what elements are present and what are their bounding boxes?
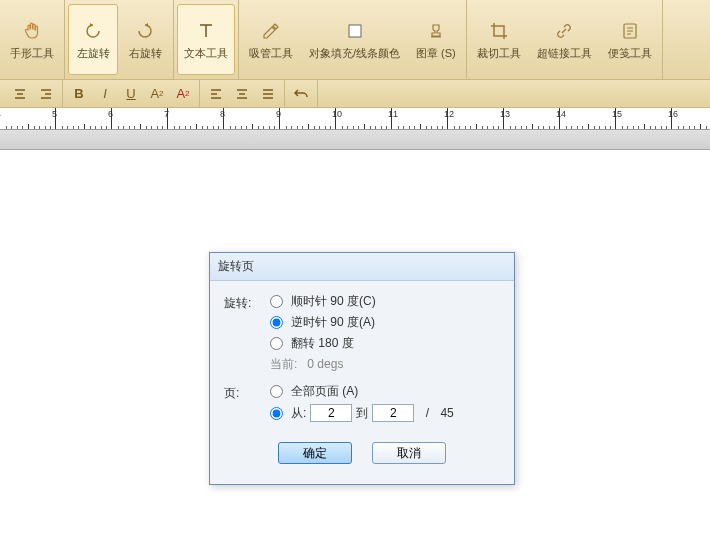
- ruler-number: 6: [108, 109, 113, 119]
- rotate-right-label: 右旋转: [129, 47, 162, 59]
- ruler-segment: 13: [504, 108, 560, 130]
- rotate-ccw-option[interactable]: 逆时针 90 度(A): [270, 314, 500, 331]
- ruler-segment: 15: [616, 108, 672, 130]
- ruler-number: 7: [164, 109, 169, 119]
- stamp-icon: [424, 19, 448, 43]
- align-group-2: [200, 80, 285, 107]
- rotate-left-button[interactable]: 左旋转: [68, 4, 118, 75]
- secondary-toolbar: B I U A2 A2: [0, 80, 710, 108]
- fill-icon: [343, 19, 367, 43]
- page-label: 页:: [224, 383, 270, 426]
- rotate-label: 旋转:: [224, 293, 270, 373]
- eyedropper-label: 吸管工具: [249, 47, 293, 59]
- horizontal-ruler: 456789101112131415161718: [0, 108, 710, 130]
- link-label: 超链接工具: [537, 47, 592, 59]
- eyedropper-icon: [259, 19, 283, 43]
- ruler-segment: 12: [448, 108, 504, 130]
- note-button[interactable]: 便笺工具: [601, 4, 659, 75]
- svg-rect-0: [349, 25, 361, 37]
- align-center-button[interactable]: [10, 84, 30, 104]
- italic-button[interactable]: I: [95, 84, 115, 104]
- undo-group: [285, 80, 318, 107]
- page-total: 45: [440, 406, 453, 420]
- note-label: 便笺工具: [608, 47, 652, 59]
- page-options: 全部页面 (A) 从: 到 / 45: [270, 383, 500, 426]
- page-from-input[interactable]: [310, 404, 352, 422]
- ruler-number: 4: [0, 109, 1, 119]
- ruler-segment: 14: [560, 108, 616, 130]
- ruler-segment: 6: [112, 108, 168, 130]
- align-right-button[interactable]: [36, 84, 56, 104]
- canvas-gap: [0, 130, 710, 150]
- tool-group-edit: 裁切工具 超链接工具 便笺工具: [467, 0, 663, 79]
- rotate-cw-option[interactable]: 顺时针 90 度(C): [270, 293, 500, 310]
- rotate-ccw-radio[interactable]: [270, 316, 283, 329]
- rotate-flip-radio[interactable]: [270, 337, 283, 350]
- ruler-segment: 8: [224, 108, 280, 130]
- page-to-text: 到: [356, 405, 368, 422]
- font-style-group: B I U A2 A2: [63, 80, 200, 107]
- page-all-radio[interactable]: [270, 385, 283, 398]
- page-field: 页: 全部页面 (A) 从: 到 / 45: [224, 383, 500, 426]
- ruler-segment: 11: [392, 108, 448, 130]
- crop-label: 裁切工具: [477, 47, 521, 59]
- rotate-cw-text: 顺时针 90 度(C): [291, 293, 376, 310]
- text-icon: [194, 19, 218, 43]
- undo-button[interactable]: [291, 84, 311, 104]
- ruler-segment: 9: [280, 108, 336, 130]
- rotate-options: 顺时针 90 度(C) 逆时针 90 度(A) 翻转 180 度 当前: 0 d…: [270, 293, 500, 373]
- page-from-radio[interactable]: [270, 407, 283, 420]
- tool-group-text: 文本工具: [174, 0, 239, 79]
- hand-tool-label: 手形工具: [10, 47, 54, 59]
- ruler-segment: 10: [336, 108, 392, 130]
- ruler-number: 12: [444, 109, 454, 119]
- note-icon: [618, 19, 642, 43]
- page-to-input[interactable]: [372, 404, 414, 422]
- ruler-segment: 7: [168, 108, 224, 130]
- main-toolbar: 手形工具 左旋转 右旋转 文本工具 吸管工具: [0, 0, 710, 80]
- rotate-left-label: 左旋转: [77, 47, 110, 59]
- link-button[interactable]: 超链接工具: [530, 4, 599, 75]
- align-center2-button[interactable]: [232, 84, 252, 104]
- align-left-button[interactable]: [206, 84, 226, 104]
- page-from-text: 从:: [291, 405, 306, 422]
- tool-group-fill: 吸管工具 对象填充/线条颜色 图章 (S): [239, 0, 467, 79]
- page-range-option: 从: 到 / 45: [270, 404, 500, 422]
- superscript-button[interactable]: A2: [147, 84, 167, 104]
- tool-group-rotate: 左旋转 右旋转: [65, 0, 174, 79]
- stamp-button[interactable]: 图章 (S): [409, 4, 463, 75]
- crop-button[interactable]: 裁切工具: [470, 4, 528, 75]
- ruler-number: 11: [388, 109, 398, 119]
- ruler-segment: 4: [0, 108, 56, 130]
- page-all-text: 全部页面 (A): [291, 383, 358, 400]
- rotate-cw-radio[interactable]: [270, 295, 283, 308]
- crop-icon: [487, 19, 511, 43]
- current-label: 当前:: [270, 357, 297, 371]
- eyedropper-button[interactable]: 吸管工具: [242, 4, 300, 75]
- current-rotation: 当前: 0 degs: [270, 356, 500, 373]
- underline-button[interactable]: U: [121, 84, 141, 104]
- ruler-number: 10: [332, 109, 342, 119]
- dialog-body: 旋转: 顺时针 90 度(C) 逆时针 90 度(A) 翻转 180 度 当前:…: [210, 281, 514, 484]
- align-justify-button[interactable]: [258, 84, 278, 104]
- fill-button[interactable]: 对象填充/线条颜色: [302, 4, 407, 75]
- bold-button[interactable]: B: [69, 84, 89, 104]
- dialog-title: 旋转页: [210, 253, 514, 281]
- cancel-button[interactable]: 取消: [372, 442, 446, 464]
- page-all-option[interactable]: 全部页面 (A): [270, 383, 500, 400]
- rotate-flip-option[interactable]: 翻转 180 度: [270, 335, 500, 352]
- ruler-number: 8: [220, 109, 225, 119]
- rotate-right-icon: [133, 19, 157, 43]
- rotate-field: 旋转: 顺时针 90 度(C) 逆时针 90 度(A) 翻转 180 度 当前:…: [224, 293, 500, 373]
- ok-button[interactable]: 确定: [278, 442, 352, 464]
- rotate-flip-text: 翻转 180 度: [291, 335, 354, 352]
- rotate-left-icon: [81, 19, 105, 43]
- page-slash: /: [426, 406, 429, 420]
- hand-icon: [20, 19, 44, 43]
- rotate-right-button[interactable]: 右旋转: [120, 4, 170, 75]
- ruler-number: 15: [612, 109, 622, 119]
- subscript-button[interactable]: A2: [173, 84, 193, 104]
- ruler-number: 14: [556, 109, 566, 119]
- hand-tool-button[interactable]: 手形工具: [3, 4, 61, 75]
- text-tool-button[interactable]: 文本工具: [177, 4, 235, 75]
